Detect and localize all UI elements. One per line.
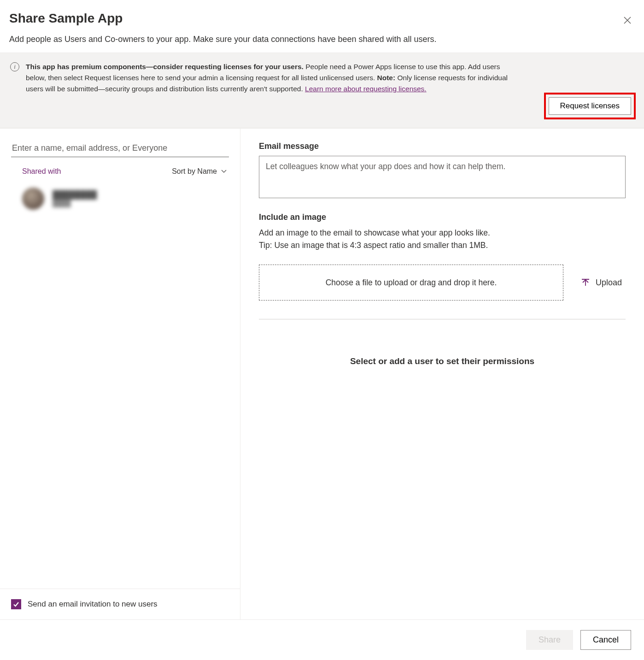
close-button[interactable] xyxy=(620,13,635,29)
upload-label: Upload xyxy=(596,278,622,288)
request-licenses-button[interactable]: Request licenses xyxy=(549,97,631,115)
left-pane: Shared with Sort by Name ████████ ████ xyxy=(0,129,240,619)
user-role: ████ xyxy=(53,200,97,207)
user-name: ████████ xyxy=(53,190,97,200)
avatar xyxy=(22,188,44,210)
info-icon: i xyxy=(10,62,19,71)
banner-bold-intro: This app has premium components—consider… xyxy=(26,63,304,71)
share-button[interactable]: Share xyxy=(526,630,573,650)
request-licenses-highlight: Request licenses xyxy=(544,93,636,119)
learn-more-link[interactable]: Learn more about requesting licenses. xyxy=(305,85,427,93)
include-image-help-2: Tip: Use an image that is 4:3 aspect rat… xyxy=(259,239,626,252)
right-pane: Email message Include an image Add an im… xyxy=(240,129,644,619)
panel-subtitle: Add people as Users and Co-owners to you… xyxy=(0,35,644,53)
include-image-help-1: Add an image to the email to showcase wh… xyxy=(259,227,626,239)
shared-user-row[interactable]: ████████ ████ xyxy=(11,179,229,218)
shared-with-label: Shared with xyxy=(22,167,61,176)
permissions-prompt: Select or add a user to set their permis… xyxy=(259,356,626,366)
check-icon xyxy=(12,601,20,608)
upload-icon xyxy=(581,278,590,287)
send-email-invite-label: Send an email invitation to new users xyxy=(28,600,158,609)
close-icon xyxy=(623,16,632,25)
cancel-button[interactable]: Cancel xyxy=(580,630,631,650)
include-image-label: Include an image xyxy=(259,212,626,222)
sort-by-label: Sort by Name xyxy=(172,167,217,176)
panel-title: Share Sample App xyxy=(9,11,123,26)
shared-with-scroll[interactable]: Shared with Sort by Name ████████ ████ xyxy=(0,129,240,589)
people-search-input[interactable] xyxy=(11,140,229,157)
dropzone-text: Choose a file to upload or drag and drop… xyxy=(326,278,497,288)
upload-button[interactable]: Upload xyxy=(577,265,626,301)
banner-note-label: Note: xyxy=(377,74,396,82)
footer: Share Cancel xyxy=(0,619,644,660)
banner-text: This app has premium components—consider… xyxy=(26,61,634,118)
image-dropzone[interactable]: Choose a file to upload or drag and drop… xyxy=(259,265,563,301)
email-message-textarea[interactable] xyxy=(259,156,626,198)
premium-info-banner: i This app has premium components—consid… xyxy=(0,53,644,128)
chevron-down-icon xyxy=(221,168,227,175)
email-message-label: Email message xyxy=(259,141,626,151)
section-divider xyxy=(259,319,626,319)
sort-by-dropdown[interactable]: Sort by Name xyxy=(172,167,227,176)
send-email-invite-checkbox[interactable] xyxy=(11,599,21,609)
